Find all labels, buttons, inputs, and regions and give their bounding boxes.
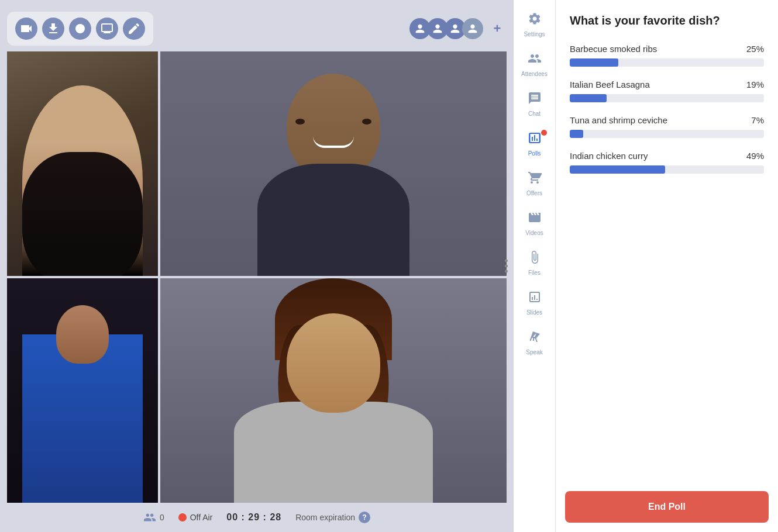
room-expiry: Room expiration ? (295, 512, 370, 523)
edit-button[interactable] (123, 18, 145, 40)
poll-title: What is your favorite dish? (570, 14, 764, 27)
offers-icon (528, 171, 542, 188)
attendees-count: 0 (143, 511, 164, 524)
settings-icon (528, 12, 542, 29)
poll-bar-fill-3 (570, 130, 583, 138)
attendees-label: Attendees (521, 71, 548, 77)
poll-panel: What is your favorite dish? Barbecue smo… (556, 0, 778, 532)
speak-icon (528, 330, 542, 347)
record-button[interactable] (69, 18, 91, 40)
poll-option-1-name: Barbecue smoked ribs (570, 44, 657, 54)
timer-display: 00 : 29 : 28 (226, 512, 281, 523)
poll-bar-bg-2 (570, 94, 764, 102)
camera-button[interactable] (15, 18, 37, 40)
video-cell-1 (7, 51, 158, 276)
sidebar-item-attendees[interactable]: Attendees (514, 46, 555, 83)
toolbar-left (7, 12, 153, 46)
attendee-avatars (409, 18, 483, 39)
poll-option-3-name: Tuna and shrimp ceviche (570, 115, 667, 125)
poll-option-3: Tuna and shrimp ceviche 7% (570, 115, 764, 138)
sidebar-item-chat[interactable]: Chat (514, 85, 555, 123)
toolbar-right: + (409, 18, 507, 39)
off-air-dot (178, 513, 187, 521)
poll-option-4: Indian chicken curry 49% (570, 151, 764, 174)
off-air-status: Off Air (178, 513, 213, 522)
sidebar-item-videos[interactable]: Videos (514, 205, 555, 242)
sidebar-item-files[interactable]: Files (514, 244, 555, 282)
chat-label: Chat (528, 110, 541, 117)
poll-bar-fill-2 (570, 94, 607, 102)
attendees-number: 0 (160, 513, 164, 522)
off-air-label: Off Air (190, 513, 213, 522)
slides-icon (528, 290, 542, 308)
files-label: Files (528, 270, 541, 276)
poll-bar-bg-1 (570, 58, 764, 67)
sidebar-item-speak[interactable]: Speak (514, 324, 555, 361)
poll-option-4-name: Indian chicken curry (570, 151, 648, 161)
bottom-bar: 0 Off Air 00 : 29 : 28 Room expiration ? (7, 503, 507, 532)
poll-bar-bg-3 (570, 130, 764, 138)
sidebar-item-slides[interactable]: Slides (514, 284, 555, 322)
poll-option-4-pct: 49% (746, 151, 764, 161)
avatar-4 (462, 18, 483, 39)
video-cell-2 (160, 51, 507, 276)
more-options-button[interactable] (505, 260, 508, 273)
poll-option-1-pct: 25% (746, 44, 764, 54)
toolbar: + (7, 7, 507, 51)
attendees-icon (528, 51, 542, 69)
poll-bar-fill-4 (570, 165, 665, 174)
videos-icon (528, 210, 542, 228)
sidebar: Settings Attendees Chat Polls Offers Vid (514, 0, 556, 532)
offers-label: Offers (526, 190, 542, 196)
video-grid (7, 51, 507, 503)
end-poll-button[interactable]: End Poll (565, 491, 769, 523)
files-icon (528, 250, 542, 268)
settings-label: Settings (524, 31, 545, 37)
poll-option-2-pct: 19% (746, 80, 764, 89)
poll-content: What is your favorite dish? Barbecue smo… (556, 0, 778, 482)
sidebar-item-offers[interactable]: Offers (514, 165, 555, 202)
slides-label: Slides (526, 309, 542, 316)
videos-label: Videos (525, 230, 543, 236)
polls-label: Polls (528, 150, 541, 157)
sidebar-item-settings[interactable]: Settings (514, 6, 555, 43)
poll-option-3-pct: 7% (751, 115, 764, 125)
polls-icon (528, 131, 542, 148)
poll-option-1: Barbecue smoked ribs 25% (570, 44, 764, 67)
poll-bar-bg-4 (570, 165, 764, 174)
sidebar-item-polls[interactable]: Polls (514, 125, 555, 163)
video-cell-3 (7, 278, 158, 503)
poll-bar-fill-1 (570, 58, 618, 67)
chat-icon (528, 91, 542, 109)
video-cell-4 (160, 278, 507, 503)
add-attendee-button[interactable]: + (488, 19, 507, 38)
poll-option-2: Italian Beef Lasagna 19% (570, 80, 764, 102)
screen-share-button[interactable] (96, 18, 118, 40)
speak-label: Speak (526, 349, 542, 355)
poll-option-2-name: Italian Beef Lasagna (570, 80, 650, 89)
polls-notification-dot (541, 130, 547, 136)
svg-point-0 (75, 24, 85, 33)
video-area: + (0, 0, 514, 532)
download-button[interactable] (42, 18, 64, 40)
room-expiry-label: Room expiration (295, 513, 355, 522)
help-icon[interactable]: ? (359, 512, 370, 523)
